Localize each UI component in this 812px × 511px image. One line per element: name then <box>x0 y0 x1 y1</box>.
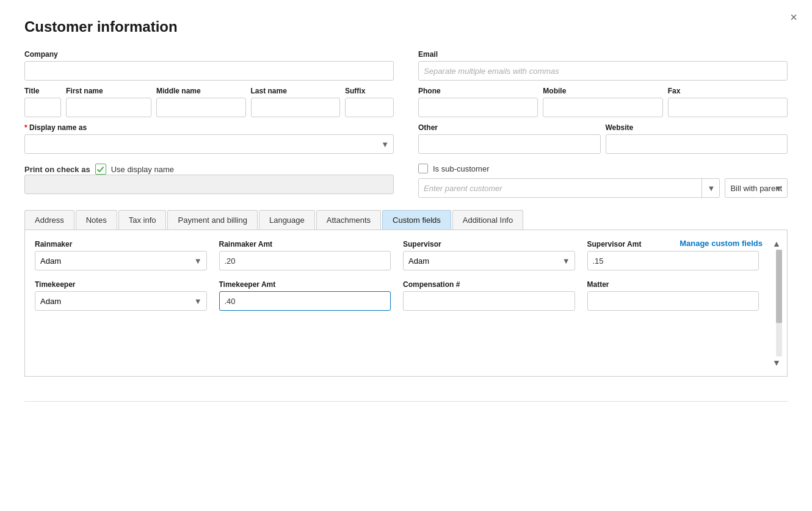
phone-input[interactable] <box>418 98 538 117</box>
title-label: Title <box>24 87 61 95</box>
parent-customer-row: ▼ Bill with parent ▼ <box>418 178 788 198</box>
fax-field-group: Fax <box>668 87 788 117</box>
supervisor-label: Supervisor <box>403 240 575 248</box>
parent-dropdown-arrow-icon[interactable]: ▼ <box>701 178 720 198</box>
firstname-input[interactable] <box>66 98 151 117</box>
suffix-input[interactable] <box>345 98 394 117</box>
middlename-field-group: Middle name <box>156 87 246 117</box>
sub-customer-row: Is sub-customer <box>418 164 788 173</box>
company-input[interactable] <box>24 61 394 81</box>
rainmaker-select-wrapper: Adam ▼ <box>35 251 207 270</box>
lastname-field-group: Last name <box>251 87 341 117</box>
use-display-name-label: Use display name <box>111 165 174 174</box>
use-display-name-checkbox[interactable] <box>95 164 106 175</box>
print-on-check-input[interactable] <box>24 175 394 194</box>
firstname-label: First name <box>66 87 151 95</box>
tabs: Address Notes Tax info Payment and billi… <box>24 210 788 230</box>
checkmark-icon <box>96 165 104 173</box>
tab-payment-billing[interactable]: Payment and billing <box>167 210 257 230</box>
firstname-field-group: First name <box>66 87 151 117</box>
website-input[interactable] <box>606 134 788 154</box>
company-field-group: Company <box>24 50 394 81</box>
matter-label: Matter <box>587 280 759 289</box>
print-check-group: Print on check as Use display name <box>24 160 394 194</box>
suffix-label: Suffix <box>345 87 394 95</box>
print-check-row: Print on check as Use display name <box>24 164 394 175</box>
bottom-divider <box>24 401 788 402</box>
other-input[interactable] <box>418 134 601 154</box>
email-label: Email <box>418 50 788 59</box>
bill-with-parent-dropdown[interactable]: Bill with parent ▼ <box>725 178 788 198</box>
title-input[interactable] <box>24 98 61 117</box>
manage-custom-fields-link[interactable]: Manage custom fields <box>680 239 763 248</box>
tab-attachments[interactable]: Attachments <box>316 210 381 230</box>
close-button[interactable]: × <box>790 11 797 23</box>
custom-fields-grid: Rainmaker Adam ▼ Rainmaker Amt Superviso… <box>35 240 777 311</box>
fax-input[interactable] <box>668 98 788 117</box>
scrollbar-track <box>776 250 782 357</box>
lastname-input[interactable] <box>251 98 341 117</box>
supervisor-select[interactable]: Adam <box>403 251 575 270</box>
mobile-label: Mobile <box>543 87 662 95</box>
name-row: Title First name Middle name Last name S… <box>24 87 394 117</box>
form-left-section: Company Title First name Middle name <box>24 50 394 198</box>
tab-notes[interactable]: Notes <box>76 210 117 230</box>
print-check-label: Print on check as <box>24 165 90 174</box>
display-name-label: * Display name as <box>24 123 394 132</box>
page-title: Customer information <box>24 18 788 35</box>
mobile-field-group: Mobile <box>543 87 662 117</box>
phone-field-group: Phone <box>418 87 538 117</box>
form-right-section: Email Phone Mobile Fax <box>418 50 788 198</box>
fax-label: Fax <box>668 87 788 95</box>
rainmaker-select[interactable]: Adam <box>35 251 207 270</box>
email-field-group: Email <box>418 50 788 81</box>
display-name-select[interactable] <box>24 134 394 154</box>
display-name-select-wrapper: ▼ <box>24 134 394 154</box>
other-field-group: Other <box>418 123 601 154</box>
company-label: Company <box>24 50 394 59</box>
lastname-label: Last name <box>251 87 341 95</box>
display-name-field-group: * Display name as ▼ <box>24 123 394 154</box>
tab-additional-info[interactable]: Additional Info <box>452 210 523 230</box>
phone-label: Phone <box>418 87 538 95</box>
timekeeper-select-wrapper: Adam ▼ <box>35 291 207 311</box>
parent-select-wrapper: ▼ <box>418 178 720 198</box>
scroll-down-button[interactable]: ▼ <box>772 358 782 368</box>
rainmaker-amt-input[interactable] <box>219 251 391 270</box>
tab-custom-fields[interactable]: Custom fields <box>382 210 451 230</box>
tab-address[interactable]: Address <box>24 210 74 230</box>
rainmaker-label: Rainmaker <box>35 240 207 248</box>
compensation-input[interactable] <box>403 291 575 311</box>
sub-customer-label: Is sub-customer <box>433 164 489 173</box>
matter-input[interactable] <box>587 291 759 311</box>
required-star: * <box>24 123 29 132</box>
rainmaker-field-group: Rainmaker Adam ▼ <box>35 240 207 270</box>
timekeeper-label: Timekeeper <box>35 280 207 289</box>
mobile-input[interactable] <box>543 98 662 117</box>
rainmaker-amt-field-group: Rainmaker Amt <box>219 240 391 270</box>
timekeeper-amt-input[interactable] <box>219 291 391 311</box>
supervisor-select-wrapper: Adam ▼ <box>403 251 575 270</box>
tab-tax-info[interactable]: Tax info <box>118 210 167 230</box>
scroll-up-button[interactable]: ▲ <box>772 239 782 248</box>
rainmaker-amt-label: Rainmaker Amt <box>219 240 391 248</box>
supervisor-field-group: Supervisor Adam ▼ <box>403 240 575 270</box>
sub-customer-group: Is sub-customer ▼ Bill with parent ▼ <box>418 160 788 198</box>
matter-field-group: Matter <box>587 280 759 311</box>
phone-row: Phone Mobile Fax <box>418 87 788 117</box>
parent-customer-input[interactable] <box>418 178 720 198</box>
tab-language[interactable]: Language <box>259 210 315 230</box>
custom-fields-panel: Manage custom fields ▲ ▼ Rainmaker Adam … <box>24 230 788 377</box>
title-field-group: Title <box>24 87 61 117</box>
timekeeper-field-group: Timekeeper Adam ▼ <box>35 280 207 311</box>
timekeeper-select[interactable]: Adam <box>35 291 207 311</box>
middlename-input[interactable] <box>156 98 246 117</box>
website-label: Website <box>606 123 788 132</box>
sub-customer-checkbox[interactable] <box>418 164 428 173</box>
scrollbar-thumb[interactable] <box>776 250 782 323</box>
email-input[interactable] <box>418 61 788 81</box>
supervisor-amt-input[interactable] <box>587 251 759 270</box>
timekeeper-amt-label: Timekeeper Amt <box>219 280 391 289</box>
tabs-container: Address Notes Tax info Payment and billi… <box>24 210 788 230</box>
customer-information-modal: × Customer information Company Title Fir… <box>0 0 812 511</box>
